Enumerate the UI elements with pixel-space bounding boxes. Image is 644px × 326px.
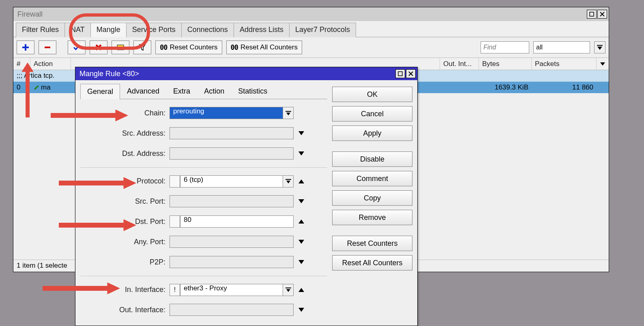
dialog-tab-general[interactable]: General [80, 84, 120, 99]
in-interface-label: In. Interface: [80, 286, 170, 294]
minimize-icon[interactable] [587, 10, 597, 19]
tab-connections[interactable]: Connections [181, 23, 234, 37]
dst-address-expand[interactable] [296, 147, 307, 160]
dialog-titlebar: Mangle Rule <80> [75, 67, 417, 80]
protocol-label: Protocol: [80, 177, 170, 185]
pencil-icon [34, 85, 39, 90]
dst-port-input[interactable]: 80 [180, 215, 294, 228]
column-chooser-button[interactable] [597, 58, 609, 70]
svg-rect-0 [590, 12, 594, 16]
svg-rect-8 [117, 45, 124, 50]
chain-label: Chain: [80, 109, 170, 117]
filter-select[interactable]: all [533, 41, 590, 53]
mangle-rule-dialog: Mangle Rule <80> General Advanced Extra … [75, 67, 418, 326]
cell-bytes: 1639.3 KiB [479, 83, 532, 92]
firewall-titlebar: Firewall [13, 7, 609, 21]
src-port-label: Src. Port: [80, 197, 170, 206]
tab-service-ports[interactable]: Service Ports [126, 23, 182, 37]
any-port-input[interactable] [170, 236, 294, 248]
dialog-button-panel: OK Cancel Apply Disable Comment Copy Rem… [332, 80, 417, 326]
close-icon[interactable] [597, 10, 607, 19]
cell-action: ma [30, 83, 71, 92]
in-interface-dropdown-button[interactable] [283, 284, 294, 296]
remove-button[interactable] [39, 40, 56, 54]
src-address-label: Src. Address: [80, 129, 170, 138]
out-interface-expand[interactable] [296, 304, 307, 316]
reset-counters-button[interactable]: Reset Counters [332, 236, 412, 251]
firewall-tabs: Filter Rules NAT Mangle Service Ports Co… [13, 21, 609, 37]
comment-button[interactable]: Comment [332, 171, 412, 186]
tab-layer7[interactable]: Layer7 Protocols [289, 23, 356, 37]
reset-counters-button[interactable]: 00Reset Counters [155, 40, 222, 54]
dst-port-collapse[interactable] [296, 215, 307, 228]
counter-icon: 00 [231, 43, 238, 51]
reset-all-counters-button[interactable]: 00Reset All Counters [226, 40, 302, 54]
dst-address-label: Dst. Address: [80, 149, 170, 158]
out-interface-label: Out. Interface: [80, 306, 170, 314]
protocol-dropdown-button[interactable] [283, 175, 294, 188]
protocol-collapse[interactable] [296, 175, 307, 188]
p2p-input[interactable] [170, 256, 294, 268]
dialog-close-icon[interactable] [406, 69, 416, 78]
cell-index: 0 [13, 83, 30, 92]
in-interface-input[interactable]: ether3 - Proxy [180, 284, 283, 296]
disable-button[interactable]: Disable [332, 151, 412, 167]
dialog-tab-advanced[interactable]: Advanced [120, 83, 166, 99]
in-interface-negate[interactable]: ! [170, 284, 180, 296]
tab-mangle[interactable]: Mangle [90, 23, 127, 37]
cell-packets: 11 860 [532, 83, 597, 92]
any-port-label: Any. Port: [80, 238, 170, 246]
src-address-expand[interactable] [296, 127, 307, 139]
disable-button[interactable] [90, 40, 107, 54]
dialog-title: Mangle Rule <80> [79, 70, 139, 78]
filter-dropdown-button[interactable] [594, 41, 605, 53]
out-interface-input[interactable] [170, 304, 294, 316]
search-input[interactable] [481, 41, 529, 53]
firewall-toolbar: 00Reset Counters 00Reset All Counters al… [13, 37, 609, 58]
dst-address-input[interactable] [170, 147, 294, 160]
dialog-tabs: General Advanced Extra Action Statistics [80, 83, 327, 99]
ok-button[interactable]: OK [332, 87, 412, 102]
col-index[interactable]: # [13, 58, 30, 70]
dialog-minimize-icon[interactable] [395, 69, 405, 78]
any-port-expand[interactable] [296, 236, 307, 248]
add-button[interactable] [17, 40, 34, 54]
dialog-tab-statistics[interactable]: Statistics [231, 83, 274, 99]
chain-dropdown-button[interactable] [283, 107, 294, 119]
counter-icon: 00 [160, 43, 167, 51]
reset-all-counters-button[interactable]: Reset All Counters [332, 255, 412, 271]
filter-button[interactable] [133, 40, 151, 54]
enable-button[interactable] [68, 40, 86, 54]
firewall-title: Firewall [17, 10, 43, 19]
copy-button[interactable]: Copy [332, 190, 412, 206]
comment-button[interactable] [112, 40, 129, 54]
tab-address-lists[interactable]: Address Lists [234, 23, 290, 37]
src-port-input[interactable] [170, 195, 294, 207]
apply-button[interactable]: Apply [332, 126, 412, 141]
cancel-button[interactable]: Cancel [332, 106, 412, 121]
chain-input[interactable]: prerouting [170, 107, 283, 119]
dialog-form: Chain: prerouting Src. Address: Dst. Add… [80, 99, 327, 316]
col-out-interface[interactable]: Out. Int... [440, 58, 479, 70]
in-interface-collapse[interactable] [296, 284, 307, 296]
dialog-tab-action[interactable]: Action [197, 83, 231, 99]
col-action[interactable]: Action [30, 58, 71, 70]
protocol-input[interactable]: 6 (tcp) [180, 175, 283, 188]
p2p-expand[interactable] [296, 256, 307, 268]
dst-port-negate[interactable] [170, 215, 180, 228]
tab-filter-rules[interactable]: Filter Rules [16, 23, 65, 37]
protocol-negate[interactable] [170, 175, 180, 188]
p2p-label: P2P: [80, 258, 170, 266]
remove-button[interactable]: Remove [332, 210, 412, 225]
tab-nat[interactable]: NAT [64, 23, 91, 37]
svg-rect-11 [398, 72, 402, 76]
col-packets[interactable]: Packets [532, 58, 597, 70]
dst-port-label: Dst. Port: [80, 217, 170, 226]
col-bytes[interactable]: Bytes [479, 58, 532, 70]
src-port-expand[interactable] [296, 195, 307, 207]
dialog-tab-extra[interactable]: Extra [166, 83, 197, 99]
src-address-input[interactable] [170, 127, 294, 139]
